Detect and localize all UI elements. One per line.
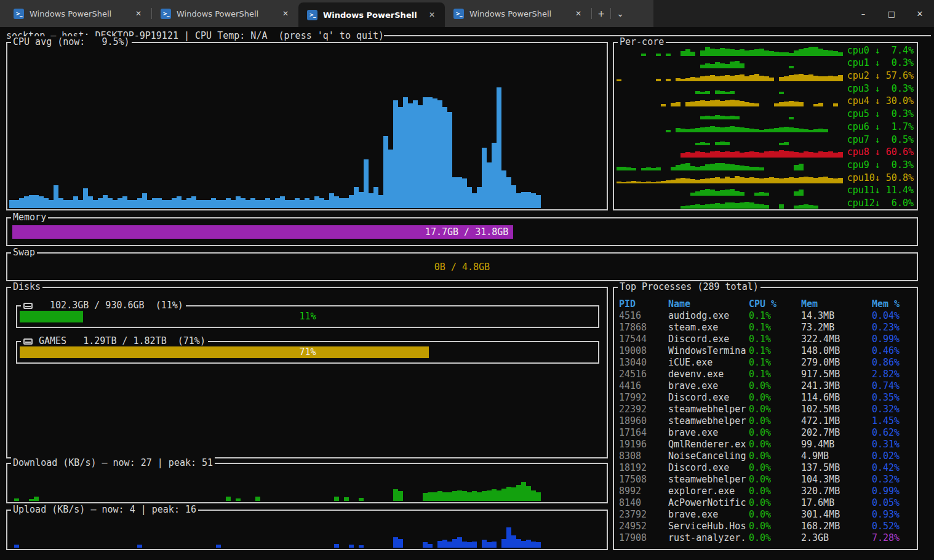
cell-cpu-percent: 0.0%	[749, 415, 801, 427]
chart-bar	[457, 177, 462, 208]
process-row: 17508steamwebhelper0.0%104.3MB0.32%	[619, 474, 913, 486]
minimize-button[interactable]: –	[849, 0, 877, 27]
chart-bar	[378, 195, 383, 208]
chart-bar	[828, 50, 833, 56]
tab-close-icon[interactable]: ✕	[425, 8, 439, 22]
tab-windows-powershell-2[interactable]: >_Windows PowerShell✕	[152, 0, 298, 27]
chart-bar	[477, 492, 482, 501]
chart-bar	[29, 499, 34, 501]
chart-bar	[794, 178, 799, 183]
chart-bar	[695, 204, 700, 209]
chart-bar	[354, 187, 359, 208]
chart-bar	[705, 91, 710, 94]
chart-bar	[393, 100, 398, 208]
cell-name: rust-analyzer.	[668, 532, 749, 544]
chart-bar	[676, 178, 681, 183]
cell-mem-percent: Mem %	[872, 298, 913, 310]
chart-bar	[526, 192, 531, 209]
cell-pid: 23792	[619, 509, 668, 521]
cell-name: brave.exe	[668, 427, 749, 439]
chart-bar	[334, 196, 339, 208]
chart-bar	[759, 49, 764, 55]
cell-mem-percent: 0.32%	[872, 404, 913, 415]
chart-bar	[661, 181, 666, 183]
download-chart	[9, 466, 605, 501]
chart-bar	[804, 75, 808, 81]
chart-bar	[784, 76, 789, 82]
cell-mem-percent: 0.62%	[872, 427, 913, 439]
chart-bar	[749, 167, 754, 170]
cell-mem-percent: 0.46%	[872, 345, 913, 357]
chart-bar	[789, 151, 794, 158]
chart-bar	[705, 153, 710, 158]
close-button[interactable]: ✕	[906, 0, 934, 27]
chart-bar	[226, 198, 231, 208]
disk-label: 102.3GB / 930.6GB (11%)	[21, 300, 186, 311]
chart-bar	[720, 163, 725, 170]
chart-bar	[720, 116, 725, 119]
chart-bar	[700, 142, 705, 145]
chart-bar	[428, 97, 433, 208]
maximize-button[interactable]: □	[877, 0, 906, 27]
cell-pid: 19196	[619, 439, 668, 450]
tab-close-icon[interactable]: ✕	[132, 7, 145, 20]
chart-bar	[536, 492, 541, 501]
chart-bar	[754, 152, 759, 158]
chart-bar	[744, 128, 749, 132]
tab-windows-powershell-3[interactable]: >_Windows PowerShell✕	[298, 2, 445, 27]
chart-bar	[700, 179, 705, 183]
cell-mem-percent: 0.31%	[872, 439, 913, 450]
chart-bar	[280, 196, 285, 208]
cell-pid: 8308	[619, 450, 668, 462]
tab-menu-button[interactable]: ⌄	[611, 6, 629, 22]
terminal-screen[interactable]: socktop — host: DESKTOP-9P19121 | CPU Te…	[0, 27, 934, 560]
chart-bar	[725, 177, 730, 183]
chart-bar	[700, 65, 705, 69]
chart-bar	[418, 105, 423, 208]
cell-mem: 917.5MB	[801, 369, 872, 380]
chart-bar	[482, 540, 487, 548]
chart-bar	[779, 127, 784, 132]
chart-bar	[744, 50, 749, 56]
chart-bar	[804, 129, 808, 132]
chart-bar	[103, 195, 108, 208]
cell-cpu-percent: 0.0%	[749, 439, 801, 450]
chart-bar	[730, 100, 735, 106]
chart-bar	[472, 542, 477, 548]
chart-bar	[676, 128, 681, 132]
powershell-icon: >_	[161, 9, 171, 19]
chart-bar	[108, 198, 113, 208]
chart-bar	[759, 130, 764, 132]
tab-windows-powershell-4[interactable]: >_Windows PowerShell✕	[445, 0, 591, 27]
core-label: cpu12↓ 6.0%	[847, 197, 914, 209]
chart-bar	[715, 76, 720, 82]
cell-mem: 168.2MB	[801, 521, 872, 532]
chart-bar	[295, 198, 300, 208]
chart-bar	[769, 51, 774, 56]
tab-close-icon[interactable]: ✕	[279, 7, 292, 20]
core-row: cpu7 ↓ 0.5%	[614, 133, 917, 146]
chart-bar	[467, 492, 472, 501]
process-row: 24952ServiceHub.Hos0.0%168.2MB0.52%	[619, 521, 913, 532]
chart-bar	[715, 142, 720, 145]
tab-windows-powershell-1[interactable]: >_Windows PowerShell✕	[5, 0, 151, 27]
cell-cpu-percent: 0.1%	[749, 334, 801, 345]
chart-bar	[715, 203, 720, 209]
chart-bar	[735, 203, 740, 209]
new-tab-button[interactable]: +	[592, 6, 610, 22]
chart-bar	[740, 192, 744, 196]
chart-bar	[779, 204, 784, 209]
chart-bar	[661, 104, 666, 107]
chart-bar	[265, 198, 270, 208]
chart-bar	[740, 49, 744, 55]
chart-bar	[118, 198, 122, 208]
process-row: 19008WindowsTermina0.1%148.0MB0.46%	[619, 345, 913, 357]
chart-bar	[314, 196, 319, 208]
chart-bar	[710, 64, 715, 69]
chart-bar	[359, 545, 364, 548]
cell-mem-percent: 0.35%	[872, 392, 913, 404]
chart-bar	[651, 168, 656, 170]
titlebar[interactable]: >_Windows PowerShell✕>_Windows PowerShel…	[0, 0, 934, 27]
tab-close-icon[interactable]: ✕	[572, 7, 585, 20]
chart-bar	[789, 117, 794, 119]
